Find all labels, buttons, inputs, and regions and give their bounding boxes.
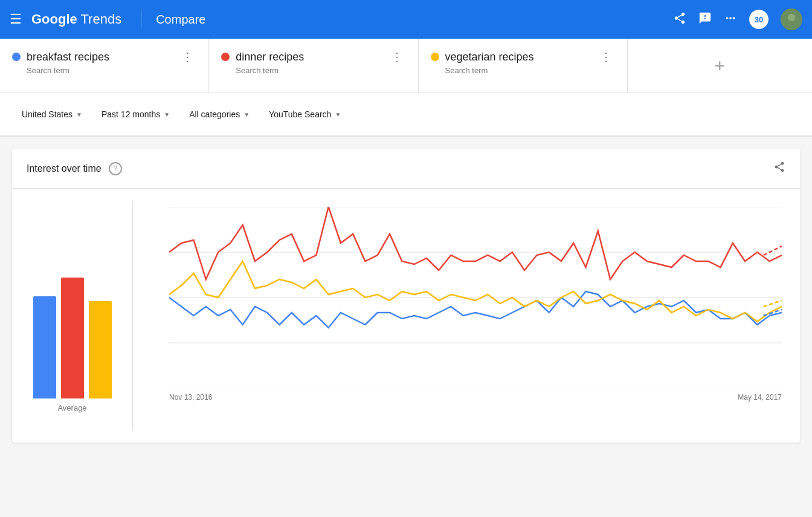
chart-container: Average 100 75 50 25 [12,189,800,443]
categories-chevron: ▼ [243,111,250,118]
x-label-end: May 14, 2017 [738,393,782,402]
search-term-vegetarian: vegetarian recipes ⋮ Search term [419,39,628,93]
location-label: United States [22,109,72,119]
user-avatar[interactable] [781,8,802,30]
categories-filter[interactable]: All categories ▼ [182,105,257,124]
breakfast-term-type: Search term [12,66,196,75]
vegetarian-dot [431,53,439,61]
svg-line-11 [764,246,782,255]
breakfast-dot [12,53,21,61]
share-icon[interactable] [673,11,686,28]
svg-point-0 [788,14,795,21]
avg-bar-vegetarian [89,301,112,398]
timerange-label: Past 12 months [102,109,160,119]
header-actions: 30 [673,8,802,30]
filter-bar: United States ▼ Past 12 months ▼ All cat… [0,93,812,137]
header-divider [141,10,141,28]
avg-bar-dinner [61,278,84,398]
interest-over-time-card: Interest over time ? Average [12,149,800,443]
dinner-more-icon[interactable]: ⋮ [388,51,406,63]
card-title: Interest over time [27,163,102,174]
source-chevron: ▼ [335,111,341,118]
dinner-term-name: dinner recipes [236,51,382,63]
breakfast-more-icon[interactable]: ⋮ [179,51,196,63]
search-term-breakfast: breakfast recipes ⋮ Search term [0,39,209,93]
search-terms-bar: breakfast recipes ⋮ Search term dinner r… [0,39,812,93]
timerange-filter[interactable]: Past 12 months ▼ [94,105,177,124]
dinner-dot [221,53,230,61]
app-header: ☰ Google Trends Compare 30 [0,0,812,39]
feedback-icon[interactable] [698,11,712,28]
average-bar-chart: Average [12,201,133,431]
avg-bars [24,241,120,398]
avg-bar-breakfast [33,296,56,398]
help-button[interactable]: ? [109,162,122,175]
vegetarian-term-type: Search term [431,66,615,75]
line-chart: 100 75 50 25 Nov 13, 2016 [133,201,800,431]
categories-label: All categories [189,109,240,119]
breakfast-term-name: breakfast recipes [27,51,173,63]
vegetarian-term-name: vegetarian recipes [445,51,591,63]
menu-icon[interactable]: ☰ [10,11,22,27]
line-chart-svg: 100 75 50 25 [169,207,782,388]
location-filter[interactable]: United States ▼ [14,105,89,124]
svg-line-13 [764,301,782,307]
page-title: Compare [156,13,663,27]
dinner-line [169,207,782,279]
timerange-chevron: ▼ [164,111,170,118]
search-term-dinner: dinner recipes ⋮ Search term [209,39,418,93]
source-filter[interactable]: YouTube Search ▼ [262,105,348,124]
svg-point-1 [785,22,798,28]
dinner-term-type: Search term [221,66,405,75]
card-header: Interest over time ? [12,149,800,189]
vegetarian-more-icon[interactable]: ⋮ [598,51,615,63]
source-label: YouTube Search [269,109,331,119]
apps-icon[interactable] [724,11,737,28]
avg-label: Average [57,403,86,412]
main-content: Interest over time ? Average [0,137,812,464]
app-logo: Google Trends [31,11,121,27]
card-share-icon[interactable] [773,161,785,176]
notification-badge[interactable]: 30 [749,10,768,29]
x-label-start: Nov 13, 2016 [169,393,212,402]
location-chevron: ▼ [76,111,82,118]
chart-x-labels: Nov 13, 2016 May 14, 2017 [169,391,782,404]
add-term-button[interactable]: + [628,39,812,93]
breakfast-line [169,291,782,328]
